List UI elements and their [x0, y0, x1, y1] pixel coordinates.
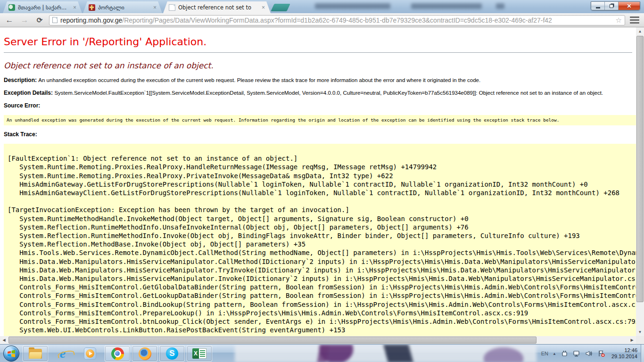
close-button[interactable]: ✕	[619, 2, 640, 10]
action-center-flag-icon[interactable]	[597, 350, 605, 357]
tab-home-georgian[interactable]: მთავარი | საქართველოს ×	[3, 1, 82, 13]
excel-icon: X	[192, 348, 206, 359]
address-bar[interactable]: reporting.moh.gov.ge/Reporting/Pages/Dat…	[49, 15, 625, 25]
language-indicator[interactable]: EN	[541, 351, 548, 356]
window-controls: ✕	[591, 1, 640, 10]
error-subtitle: Object reference not set to an instance …	[4, 61, 636, 70]
horizontal-scroll-thumb[interactable]	[8, 337, 537, 344]
url-text: reporting.moh.gov.ge/Reporting/Pages/Dat…	[60, 16, 613, 24]
taskbar-excel-button[interactable]: X	[187, 346, 212, 362]
vertical-scroll-thumb[interactable]	[636, 36, 644, 302]
taskbar-firefox-button[interactable]	[132, 346, 157, 362]
exception-details-line: Exception Details: System.ServiceModel.F…	[4, 90, 636, 96]
page-icon	[52, 17, 58, 23]
error-page-content: Server Error in '/Reporting' Application…	[0, 27, 636, 336]
scroll-right-arrow[interactable]: ▶	[628, 336, 636, 344]
bookmark-star-icon[interactable]: ☆	[616, 16, 622, 25]
description-text: An unhandled exception occurred during t…	[38, 77, 480, 83]
excel-sheet-icon	[199, 348, 206, 359]
back-button[interactable]: ←	[4, 16, 15, 24]
vertical-scrollbar[interactable]: ▲ ▼	[636, 27, 644, 336]
taskbar-media-player-button[interactable]	[77, 346, 103, 362]
desktop-screen: მთავარი | საქართველოს × პორტალი × Object…	[0, 0, 644, 362]
explorer-folder-icon	[29, 349, 42, 359]
exception-details-label: Exception Details:	[4, 90, 54, 96]
taskbar-skype-button[interactable]: S	[159, 346, 185, 362]
taskbar-buttons: e S X	[23, 345, 214, 362]
network-icon[interactable]	[573, 350, 581, 357]
minimize-button[interactable]	[591, 2, 605, 10]
stack-trace-label: Stack Trace:	[4, 131, 636, 138]
chrome-icon	[111, 347, 124, 360]
internet-explorer-icon: e	[60, 347, 66, 360]
url-domain: reporting.moh.gov.ge	[60, 16, 122, 24]
source-error-box: An unhandled exception was generated dur…	[4, 115, 636, 125]
forward-button[interactable]: →	[19, 16, 30, 24]
browser-titlebar: მთავარი | საქართველოს × პორტალი × Object…	[0, 0, 644, 13]
new-tab-button[interactable]	[271, 4, 290, 11]
system-tray: EN ▲ 1	[541, 345, 644, 362]
clock-time: 12:46	[611, 347, 637, 354]
volume-icon[interactable]	[585, 350, 593, 357]
restore-button[interactable]	[605, 2, 619, 10]
close-icon: ✕	[627, 3, 631, 9]
url-path: /Reporting/Pages/Data/ViewWorkingFormDat…	[122, 16, 552, 24]
tab-strip: მთავარი | საქართველოს × პორტალი × Object…	[3, 1, 289, 13]
tab-close-icon[interactable]: ×	[72, 4, 77, 11]
background-window-artifact	[411, 3, 482, 9]
tab-close-icon[interactable]: ×	[261, 4, 266, 11]
windows-flag-icon	[7, 349, 16, 358]
browser-toolbar: ← → ⟳ reporting.moh.gov.ge/Reporting/Pag…	[0, 13, 644, 27]
minimize-icon	[596, 7, 600, 8]
horizontal-scrollbar[interactable]: ◀ ▶	[0, 336, 636, 344]
restore-icon	[610, 4, 613, 8]
taskbar-explorer-button[interactable]	[23, 346, 48, 362]
background-window-artifact	[496, 3, 504, 9]
clock-date: 29.10.2014	[611, 354, 637, 360]
taskbar: e S X EN ▲	[0, 344, 644, 362]
description-label: Description:	[4, 77, 38, 83]
tab-close-icon[interactable]: ×	[152, 4, 157, 11]
exception-details-text: System.ServiceModel.FaultException`1[[Sy…	[54, 90, 603, 96]
scrollbar-corner	[636, 336, 644, 344]
show-hidden-icons-button[interactable]: ▲	[553, 352, 556, 356]
media-player-icon	[84, 347, 96, 360]
scroll-down-arrow[interactable]: ▼	[636, 328, 644, 336]
start-button[interactable]	[3, 346, 19, 362]
clock[interactable]: 12:46 29.10.2014	[611, 347, 637, 360]
tab-title: პორტალი	[98, 4, 149, 11]
tab-title: Object reference not set to	[178, 4, 258, 11]
divider	[4, 52, 632, 53]
scroll-left-arrow[interactable]: ◀	[0, 336, 8, 344]
tab-portal[interactable]: პორტალი ×	[83, 1, 162, 13]
tab-error-page[interactable]: Object reference not set to ×	[163, 1, 271, 13]
taskbar-internet-explorer-button[interactable]: e	[50, 346, 75, 362]
skype-icon: S	[166, 347, 178, 360]
scroll-up-arrow[interactable]: ▲	[636, 27, 644, 35]
background-window-artifact	[315, 3, 390, 9]
tab-favicon-coat-of-arms-icon	[89, 4, 95, 11]
page-viewport: Server Error in '/Reporting' Application…	[0, 27, 644, 344]
stack-trace-box: [FaultException`1: Object reference not …	[4, 144, 636, 336]
power-plug-icon[interactable]	[561, 350, 569, 357]
wallpaper-blur	[235, 345, 537, 362]
source-error-label: Source Error:	[4, 102, 636, 109]
tab-favicon-page-icon	[169, 4, 175, 11]
firefox-icon	[139, 347, 151, 360]
tab-favicon-masks-icon	[8, 4, 15, 11]
reload-button[interactable]: ⟳	[34, 16, 45, 24]
taskbar-chrome-button[interactable]	[105, 346, 130, 362]
chrome-menu-button[interactable]	[629, 16, 640, 25]
tab-title: მთავარი | საქართველოს	[18, 4, 69, 11]
error-title: Server Error in '/Reporting' Application…	[4, 36, 636, 48]
show-desktop-button[interactable]	[641, 345, 644, 362]
description-line: Description: An unhandled exception occu…	[4, 77, 636, 83]
